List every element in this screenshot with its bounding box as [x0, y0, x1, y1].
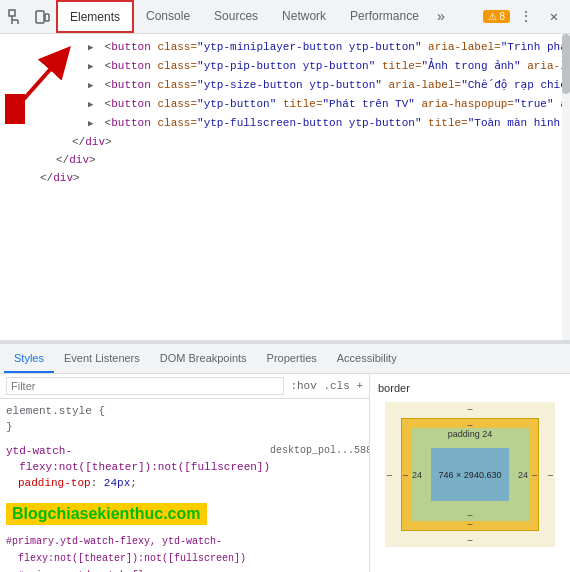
- html-line: ▶ <button class="ytp-pip-button ytp-butt…: [8, 57, 570, 76]
- svg-rect-0: [9, 10, 15, 16]
- filter-input[interactable]: [6, 377, 284, 395]
- warning-badge[interactable]: ⚠ 8: [483, 10, 510, 23]
- html-line: </div>: [8, 169, 570, 187]
- inspect-icon[interactable]: [4, 5, 28, 29]
- border-right-label: –: [532, 470, 537, 480]
- margin-label: –: [467, 404, 472, 414]
- filter-pseudo: :hov .cls +: [290, 380, 363, 392]
- elements-panel: ▶ <button class="ytp-miniplayer-button y…: [0, 34, 570, 344]
- style-selector-main: ytd-watch- flexy:not([theater]):not([ful…: [6, 443, 363, 475]
- padding-label: padding 24: [448, 429, 493, 439]
- html-line: </div>: [8, 151, 570, 169]
- devtools-toolbar: Elements Console Sources Network Perform…: [0, 0, 570, 34]
- style-rule-element: element.style { }: [6, 403, 363, 435]
- device-icon[interactable]: [30, 5, 54, 29]
- tab-event-listeners[interactable]: Event Listeners: [54, 344, 150, 373]
- breadcrumb: ... #page-manager ytd-watch-flexy #colum…: [0, 340, 570, 344]
- padding-right-val: 24: [518, 470, 528, 480]
- tab-network[interactable]: Network: [270, 0, 338, 33]
- styles-content: element.style { } ytd-watch- flexy:not([…: [0, 399, 369, 572]
- tab-elements[interactable]: Elements: [56, 0, 134, 33]
- html-line: ▶ <button class="ytp-button" title="Phát…: [8, 95, 570, 114]
- scrollbar[interactable]: [562, 34, 570, 340]
- styles-filter-bar: :hov .cls +: [0, 374, 369, 399]
- scrollbar-thumb: [562, 34, 570, 94]
- html-line: </div>: [8, 133, 570, 151]
- style-close: }: [6, 419, 363, 435]
- svg-rect-5: [45, 14, 49, 21]
- toolbar-right: ⚠ 8 ⋮ ✕: [483, 5, 566, 29]
- style-selector-2: #primary.ytd-watch-flexy, ytd-watch- fle…: [6, 533, 363, 572]
- elements-content: ▶ <button class="ytp-miniplayer-button y…: [0, 34, 570, 340]
- watermark-text: Blogchiasekienthuc.com: [6, 503, 207, 525]
- style-selector: element.style {: [6, 403, 363, 419]
- style-rule-2: #primary.ytd-watch-flexy, ytd-watch- fle…: [6, 533, 363, 572]
- margin-left-label: –: [387, 470, 392, 480]
- padding-left-val: 24: [412, 470, 422, 480]
- border-left-label: –: [403, 470, 408, 480]
- tab-console[interactable]: Console: [134, 0, 202, 33]
- close-icon[interactable]: ✕: [542, 5, 566, 29]
- bottom-tabs: Styles Event Listeners DOM Breakpoints P…: [0, 344, 570, 374]
- box-model-wrapper: – – – – – – – – padding 24: [385, 402, 555, 547]
- margin-right-label: –: [548, 470, 553, 480]
- bottom-panel: Styles Event Listeners DOM Breakpoints P…: [0, 344, 570, 572]
- tab-bar: Elements Console Sources Network Perform…: [56, 0, 481, 33]
- tab-properties[interactable]: Properties: [257, 344, 327, 373]
- box-content: 746 × 2940.630: [431, 448, 509, 501]
- style-prop-line: padding-top: 24px;: [18, 475, 363, 491]
- padding-bottom-label: –: [467, 510, 472, 520]
- content-size: 746 × 2940.630: [439, 470, 502, 480]
- tab-sources[interactable]: Sources: [202, 0, 270, 33]
- html-line: ▶ <button class="ytp-size-button ytp-but…: [8, 76, 570, 95]
- margin-bottom-label: –: [467, 535, 472, 545]
- svg-rect-4: [36, 11, 44, 23]
- tab-accessibility[interactable]: Accessibility: [327, 344, 407, 373]
- styles-panel: :hov .cls + element.style { }: [0, 374, 370, 572]
- more-tabs[interactable]: »: [431, 0, 451, 33]
- tab-dom-breakpoints[interactable]: DOM Breakpoints: [150, 344, 257, 373]
- style-props-block: padding-top: 24px;: [6, 475, 363, 491]
- tab-performance[interactable]: Performance: [338, 0, 431, 33]
- settings-icon[interactable]: ⋮: [514, 5, 538, 29]
- tab-styles[interactable]: Styles: [4, 344, 54, 373]
- bottom-content: :hov .cls + element.style { }: [0, 374, 570, 572]
- html-line: ▶ <button class="ytp-fullscreen-button y…: [8, 114, 570, 133]
- box-model-panel: border – – – – – – – –: [370, 374, 570, 572]
- style-rule-main: ytd-watch- flexy:not([theater]):not([ful…: [6, 443, 363, 491]
- panels-container: ▶ <button class="ytp-miniplayer-button y…: [0, 34, 570, 572]
- box-model-label: border: [378, 382, 410, 394]
- html-line: ▶ <button class="ytp-miniplayer-button y…: [8, 38, 570, 57]
